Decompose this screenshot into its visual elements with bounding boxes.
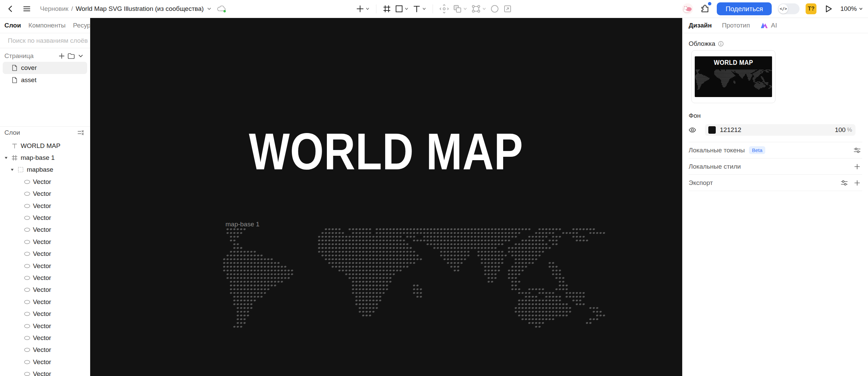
text-layer-icon — [11, 143, 18, 149]
vector-layer-icon — [23, 346, 31, 354]
tab-resources[interactable]: Ресурсы — [73, 22, 90, 29]
collaborator-avatar[interactable] — [682, 3, 693, 14]
cover-preview-card[interactable]: WORLD MAP — [691, 50, 775, 103]
slice-tool-button[interactable] — [503, 4, 512, 14]
position-tool-button[interactable] — [439, 4, 449, 14]
shape-tool-button[interactable] — [395, 4, 409, 13]
tab-design[interactable]: Дизайн — [689, 22, 712, 29]
share-button[interactable]: Поделиться — [717, 2, 772, 15]
layer-expand-caret[interactable] — [4, 156, 8, 160]
layer-row-vector[interactable]: Vector — [0, 368, 90, 376]
tab-prototype[interactable]: Прототип — [722, 22, 750, 29]
layer-name: map-base 1 — [0, 154, 55, 162]
ellipse-tool-button[interactable] — [490, 4, 499, 14]
text-tool-button[interactable] — [412, 4, 427, 13]
page-row-asset[interactable]: asset — [3, 74, 87, 86]
expand-caret-icon — [4, 156, 8, 160]
back-button[interactable] — [5, 3, 16, 15]
file-menu-chevron-icon[interactable] — [206, 6, 212, 12]
info-icon[interactable] — [718, 41, 724, 47]
vector-layer-icon — [23, 250, 31, 258]
vector-layer-icon — [23, 238, 31, 246]
layer-row-vector[interactable]: Vector — [0, 236, 90, 248]
layers-panel: Слои Компоненты Ресурсы Страница — [0, 18, 90, 376]
export-settings-button[interactable] — [839, 178, 849, 188]
background-color-row: 121212 100 % — [689, 124, 862, 136]
layer-row-vector[interactable]: Vector — [0, 272, 90, 284]
layer-row-vector[interactable]: Vector — [0, 296, 90, 308]
background-color-input[interactable]: 121212 100 % — [705, 124, 855, 136]
frame-name-label[interactable]: map-base 1 — [225, 221, 259, 228]
add-page-button[interactable] — [57, 51, 66, 61]
tab-layers[interactable]: Слои — [4, 22, 21, 29]
tab-ai[interactable]: AI — [760, 22, 777, 29]
color-swatch[interactable] — [708, 126, 716, 134]
vector-network-tool-button[interactable] — [471, 4, 487, 14]
layer-row-vector[interactable]: Vector — [0, 332, 90, 344]
plus-icon — [356, 4, 364, 13]
page-folder-button[interactable] — [66, 51, 76, 61]
tokens-settings-button[interactable] — [852, 145, 862, 155]
layer-row-vector[interactable]: Vector — [0, 212, 90, 224]
back-chevron-icon — [6, 4, 15, 13]
add-style-button[interactable] — [852, 162, 862, 172]
layers-search-row — [0, 33, 90, 48]
layer-row-vector[interactable]: Vector — [0, 188, 90, 200]
layer-row-vector[interactable]: Vector — [0, 200, 90, 212]
page-row-cover[interactable]: cover — [3, 62, 87, 74]
pages-header-label: Страница — [4, 52, 34, 60]
background-section-label: Фон — [689, 111, 862, 121]
layer-row-frame[interactable]: map-base 1 — [0, 152, 90, 164]
tab-components[interactable]: Компоненты — [28, 22, 65, 29]
vector-layer-icon — [23, 202, 31, 210]
notification-dot — [708, 2, 711, 5]
canvas-title-text-layer[interactable]: WORLD MAP — [90, 126, 682, 177]
layer-row-vector[interactable]: Vector — [0, 308, 90, 320]
layer-row-vector[interactable]: Vector — [0, 356, 90, 368]
opacity-value[interactable]: 100 — [835, 126, 846, 134]
export-label: Экспорт — [689, 179, 713, 187]
vector-layer-icon — [23, 370, 31, 376]
present-button[interactable] — [823, 3, 834, 15]
visibility-eye-icon[interactable] — [689, 127, 696, 133]
layer-row-vector[interactable]: Vector — [0, 344, 90, 356]
add-export-button[interactable] — [852, 178, 862, 188]
breadcrumb-folder[interactable]: Черновик — [40, 5, 68, 13]
layer-row-vector[interactable]: Vector — [0, 260, 90, 272]
collapse-layers-button[interactable] — [76, 128, 85, 137]
dev-mode-toggle[interactable]: </> — [778, 3, 800, 14]
cover-section-label: Обложка — [689, 40, 715, 48]
dotted-world-map[interactable] — [223, 228, 606, 330]
hamburger-menu-icon — [22, 4, 31, 13]
layer-row-vector[interactable]: Vector — [0, 224, 90, 236]
layer-row-vector[interactable]: Vector — [0, 284, 90, 296]
layer-row-vector[interactable]: Vector — [0, 320, 90, 332]
play-icon — [824, 4, 833, 14]
main-menu-button[interactable] — [21, 3, 33, 15]
layer-name: WORLD MAP — [0, 142, 60, 150]
local-tokens-label: Локальные токены — [689, 147, 745, 154]
design-canvas[interactable]: WORLD MAP map-base 1 — [90, 18, 682, 376]
frame-tool-button[interactable] — [382, 4, 391, 13]
layer-row-vector[interactable]: Vector — [0, 248, 90, 260]
chevron-down-icon — [422, 6, 427, 11]
plus-icon — [854, 163, 861, 170]
collapse-pages-button[interactable] — [76, 51, 85, 61]
insert-tool-button[interactable] — [356, 4, 370, 13]
current-user-badge[interactable]: T? — [806, 3, 816, 14]
layer-name: mapbase — [0, 166, 53, 173]
vector-layer-icon — [23, 178, 31, 186]
cloud-sync-icon — [217, 5, 227, 13]
boolean-tool-button[interactable] — [453, 4, 468, 14]
breadcrumb-file-title[interactable]: World Map SVG Illustration (из сообществ… — [76, 5, 204, 13]
layers-search-input[interactable] — [7, 37, 90, 45]
layer-expand-caret[interactable] — [10, 168, 14, 172]
layer-row-group[interactable]: mapbase — [0, 164, 90, 176]
plugins-button[interactable] — [699, 3, 711, 15]
beta-badge: Beta — [749, 146, 766, 154]
layer-row-text[interactable]: WORLD MAP — [0, 140, 90, 152]
frame-tool-icon — [382, 4, 391, 13]
layer-row-vector[interactable]: Vector — [0, 176, 90, 188]
zoom-menu[interactable]: 100% — [840, 5, 863, 13]
color-hex-value[interactable]: 121212 — [720, 126, 835, 134]
